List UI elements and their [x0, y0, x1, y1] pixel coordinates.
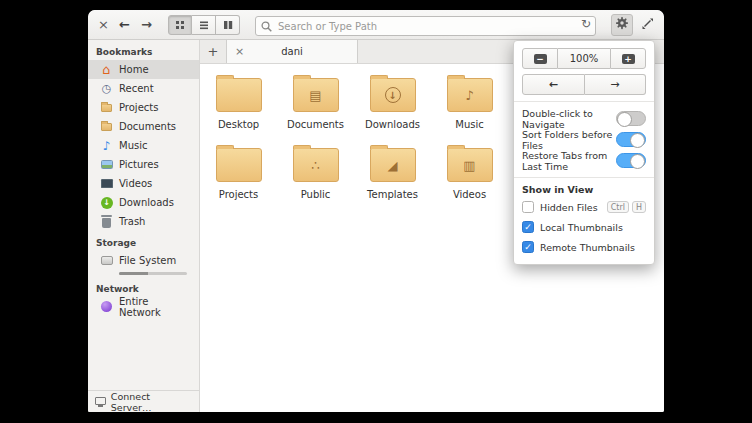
- folder-documents[interactable]: ▤ Documents: [277, 78, 354, 130]
- sidebar-section-bookmarks: Bookmarks: [88, 40, 199, 60]
- search-input[interactable]: [255, 16, 596, 36]
- local-thumbnails-checkbox[interactable]: ✓: [522, 221, 534, 233]
- drive-icon: [100, 256, 113, 265]
- sidebar-item-file-system[interactable]: File System: [88, 251, 199, 270]
- search-bar: ↻: [255, 15, 596, 35]
- back-button[interactable]: ←: [116, 17, 133, 32]
- separator: [514, 177, 654, 178]
- file-label: Public: [301, 189, 331, 200]
- list-view-button[interactable]: [192, 15, 216, 35]
- view-switcher: [168, 15, 240, 35]
- remote-thumbnails-checkbox[interactable]: ✓: [522, 241, 534, 253]
- setting-remote-thumbnails: ✓ Remote Thumbnails: [522, 237, 646, 257]
- sidebar-item-label: Entire Network: [119, 296, 193, 318]
- folder-icon: [216, 148, 262, 182]
- column-view-button[interactable]: [216, 15, 240, 35]
- search-icon: [260, 18, 273, 37]
- fullscreen-button[interactable]: [638, 14, 656, 36]
- window-close-button[interactable]: ×: [96, 17, 111, 32]
- sidebar-item-home[interactable]: ⌂ Home: [88, 60, 199, 79]
- settings-menu-button[interactable]: [611, 14, 633, 36]
- sidebar-item-recent[interactable]: ◷ Recent: [88, 79, 199, 98]
- folder-projects[interactable]: Projects: [200, 148, 277, 200]
- sidebar-item-videos[interactable]: Videos: [88, 174, 199, 193]
- key-badge: Ctrl: [607, 201, 629, 213]
- sidebar-item-label: Pictures: [119, 159, 159, 170]
- switch-label: Double-click to Navigate: [522, 108, 616, 130]
- setting-sort-folders: Sort Folders before Files: [522, 129, 646, 150]
- folder-icon: ▤: [293, 78, 339, 112]
- file-manager-window: × ← → ↻: [88, 10, 664, 412]
- folder-templates[interactable]: ◢ Templates: [354, 148, 431, 200]
- folder-icon: ▥: [447, 148, 493, 182]
- folder-icon: [216, 78, 262, 112]
- sidebar-item-label: File System: [119, 255, 176, 266]
- home-icon: ⌂: [100, 63, 113, 76]
- double-click-toggle[interactable]: [616, 111, 646, 126]
- photo-icon: [100, 160, 113, 169]
- hidden-files-checkbox[interactable]: [522, 201, 534, 213]
- folder-icon: [100, 104, 113, 112]
- separator: [514, 101, 654, 102]
- folder-icon: ↓: [370, 78, 416, 112]
- sidebar-item-trash[interactable]: Trash: [88, 212, 199, 231]
- sidebar-item-label: Downloads: [119, 197, 174, 208]
- folder-videos[interactable]: ▥ Videos: [431, 148, 508, 200]
- sidebar-item-label: Home: [119, 64, 149, 75]
- grid-view-button[interactable]: [168, 15, 192, 35]
- redo-forward-button[interactable]: →: [585, 74, 647, 95]
- folder-music[interactable]: ♪ Music: [431, 78, 508, 130]
- folder-downloads[interactable]: ↓ Downloads: [354, 78, 431, 130]
- restore-tabs-toggle[interactable]: [616, 153, 646, 168]
- sidebar-item-label: Videos: [119, 178, 152, 189]
- history-controls: ← →: [522, 74, 646, 95]
- trash-icon: [100, 216, 113, 228]
- storage-usage-bar: [119, 272, 187, 275]
- sidebar-item-projects[interactable]: Projects: [88, 98, 199, 117]
- music-note-icon: ♪: [100, 140, 113, 152]
- tab-close-icon[interactable]: ×: [235, 45, 244, 58]
- folder-desktop[interactable]: Desktop: [200, 78, 277, 130]
- checkbox-label: Local Thumbnails: [540, 222, 623, 233]
- folder-public[interactable]: ∴ Public: [277, 148, 354, 200]
- setting-hidden-files: Hidden Files Ctrl H: [522, 197, 646, 217]
- undo-back-button[interactable]: ←: [522, 74, 585, 95]
- file-label: Desktop: [218, 119, 259, 130]
- key-badge: H: [632, 201, 646, 213]
- forward-button[interactable]: →: [138, 17, 155, 32]
- folder-icon: ♪: [447, 78, 493, 112]
- zoom-controls: − 100% +: [522, 48, 646, 69]
- zoom-level-button[interactable]: 100%: [558, 48, 610, 69]
- sidebar-item-pictures[interactable]: Pictures: [88, 155, 199, 174]
- settings-popover: − 100% + ← → Double-click to Navigate So…: [513, 40, 655, 265]
- show-in-view-heading: Show in View: [522, 184, 646, 195]
- sidebar-item-entire-network[interactable]: Entire Network: [88, 297, 199, 316]
- tab-dani[interactable]: × dani: [226, 40, 358, 63]
- folder-icon: ◢: [370, 148, 416, 182]
- gear-icon: [615, 15, 629, 34]
- tab-label: dani: [281, 46, 303, 57]
- zoom-out-button[interactable]: −: [522, 48, 558, 69]
- switch-label: Restore Tabs from Last Time: [522, 150, 616, 172]
- connect-server-button[interactable]: Connect Server…: [88, 390, 199, 412]
- sort-folders-toggle[interactable]: [616, 132, 646, 147]
- grid-view-icon: [175, 15, 185, 34]
- expand-icon: [641, 15, 654, 34]
- film-icon: [100, 179, 113, 188]
- sidebar-item-label: Recent: [119, 83, 154, 94]
- new-tab-button[interactable]: +: [200, 40, 226, 63]
- zoom-out-icon: −: [534, 54, 547, 64]
- list-view-icon: [199, 15, 209, 34]
- sidebar-section-storage: Storage: [88, 231, 199, 251]
- zoom-in-button[interactable]: +: [610, 48, 646, 69]
- sidebar-section-network: Network: [88, 277, 199, 297]
- file-label: Music: [455, 119, 483, 130]
- sidebar-item-documents[interactable]: Documents: [88, 117, 199, 136]
- sidebar-item-music[interactable]: ♪ Music: [88, 136, 199, 155]
- folder-icon: [100, 123, 113, 131]
- refresh-icon[interactable]: ↻: [581, 17, 591, 31]
- sidebar-item-downloads[interactable]: ↓ Downloads: [88, 193, 199, 212]
- sidebar-item-label: Documents: [119, 121, 176, 132]
- file-label: Downloads: [365, 119, 420, 130]
- network-globe-icon: [100, 301, 113, 312]
